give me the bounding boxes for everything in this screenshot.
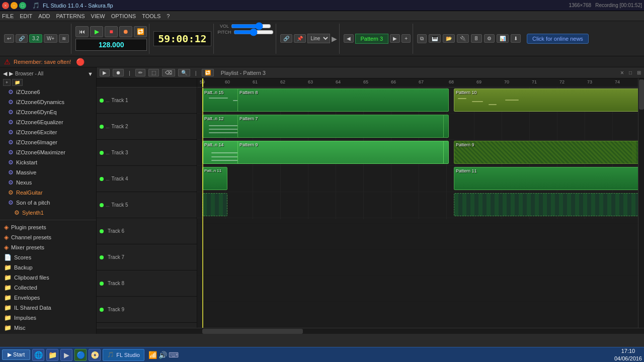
playlist-scrollbar-v[interactable] [638, 78, 644, 328]
sidebar-item-massive[interactable]: ⚙ Massive [0, 167, 96, 177]
track-label-4[interactable]: ... Track 4 [97, 166, 197, 192]
browser-btn[interactable]: 📂 [443, 34, 455, 43]
pl-play-btn[interactable]: ▶ [100, 69, 110, 76]
taskbar-ie-icon[interactable]: 🌐 [32, 349, 44, 361]
sidebar-item-il-shared-data[interactable]: 📁 IL Shared Data [0, 303, 96, 313]
sidebar-item-backup[interactable]: 📁 Backup [0, 262, 96, 273]
add-pattern-btn[interactable]: + [401, 34, 411, 43]
sidebar-item-channel-presets[interactable]: ◈ Channel presets [0, 232, 96, 242]
scrollbar-thumb-h[interactable] [202, 329, 303, 334]
browse-expand-icon[interactable]: ▼ [88, 71, 93, 77]
menu-tools[interactable]: TOOLS [142, 13, 160, 19]
pattern-block-t1-b[interactable]: Pattern 8 [237, 88, 449, 112]
sidebar-item-nexus[interactable]: ⚙ Nexus [0, 177, 96, 188]
sidebar-item-envelopes[interactable]: 📁 Envelopes [0, 293, 96, 303]
pattern-block-t4-b[interactable]: Pattern 11 [454, 167, 638, 190]
pattern-block-t5-b[interactable] [454, 193, 638, 216]
stop-button[interactable]: ■ [105, 26, 118, 37]
track-label-5[interactable]: ... Track 5 [97, 192, 197, 218]
toolbar-btn-3[interactable]: 3.2 [29, 34, 42, 43]
track-label-2[interactable]: ... Track 2 [97, 114, 197, 140]
playlist-scrollbar-h[interactable] [97, 328, 644, 334]
toolbar-btn-1[interactable]: ↩ [4, 34, 14, 43]
sidebar-item-sylenth1[interactable]: ⚙ Sylenth1 [0, 208, 96, 218]
menu-file[interactable]: FILE [2, 13, 14, 19]
pattern-block-t1-c[interactable]: Pattern 10 [454, 88, 638, 112]
pattern-block-t5-a[interactable] [202, 193, 227, 216]
next-pattern-btn[interactable]: ▶ [390, 34, 400, 43]
pl-record-btn[interactable]: ⏺ [113, 69, 124, 76]
pl-erase-btn[interactable]: ⌫ [162, 69, 175, 76]
download-btn[interactable]: ⬇ [511, 34, 521, 43]
taskbar-chrome-icon[interactable]: 🔵 [74, 349, 87, 361]
pl-close-btn[interactable]: × [620, 69, 624, 76]
line-mode-select[interactable]: Line [307, 34, 330, 43]
sidebar-item-realguitar[interactable]: ⚙ RealGuitar [0, 188, 96, 198]
track-label-10[interactable]: Track 10 [97, 323, 197, 328]
taskbar-fl-app[interactable]: 🎵 FL Studio [103, 349, 144, 361]
close-button[interactable]: × [2, 2, 9, 9]
loop-button[interactable]: 🔁 [134, 26, 147, 37]
maximize-button[interactable]: □ [19, 2, 26, 9]
settings-btn[interactable]: ⚙ [484, 34, 495, 43]
sidebar-item-plugin-presets[interactable]: ◈ Plugin presets [0, 222, 96, 232]
pl-expand-btn[interactable]: □ [629, 70, 632, 75]
sidebar-folder-btn[interactable]: 📁 [12, 79, 23, 86]
pl-detach-btn[interactable]: ⊞ [637, 70, 641, 75]
track-label-3[interactable]: ... Track 3 [97, 140, 197, 166]
sidebar-item-impulses[interactable]: 📁 Impulses [0, 313, 96, 323]
sidebar-item-clipboard[interactable]: 📁 Clipboard files [0, 273, 96, 283]
sidebar-item-izozone6eq[interactable]: ⚙ iZOzone6Equalizer [0, 117, 96, 127]
pattern-block-t3-b[interactable]: Pattern 9 [237, 141, 444, 164]
track-label-6[interactable]: Track 6 [97, 218, 197, 244]
menu-view[interactable]: VIEW [91, 13, 105, 19]
cpu-btn[interactable]: 📊 [497, 34, 509, 43]
start-button[interactable]: ▶ Start [2, 349, 30, 360]
piano-btn[interactable]: 🎹 [429, 34, 441, 43]
menu-help[interactable]: ? [167, 13, 170, 19]
master-volume-slider[interactable] [231, 24, 271, 28]
pl-zoom-btn[interactable]: 🔍 [178, 69, 190, 76]
track-label-9[interactable]: Track 9 [97, 297, 197, 323]
pattern-block-t3-c[interactable]: Pattern 9 [454, 141, 638, 164]
master-pitch-slider[interactable] [233, 30, 274, 34]
sidebar-item-collected[interactable]: 📁 Collected [0, 283, 96, 293]
pl-loop-btn[interactable]: 🔁 [202, 69, 214, 76]
grid-canvas[interactable]: Patt..n 15 [197, 87, 638, 328]
taskbar-daemon-icon[interactable]: 📀 [89, 349, 101, 361]
taskbar-folder-icon[interactable]: 📁 [46, 349, 58, 361]
record-button[interactable]: ⏺ [119, 26, 132, 37]
rewind-button[interactable]: ⏮ [75, 26, 89, 37]
sidebar-item-packs[interactable]: 📁 Packs [0, 333, 96, 334]
nav-fwd-icon[interactable]: ▶ [9, 70, 13, 77]
scrollbar-thumb-v[interactable] [639, 79, 644, 110]
menu-options[interactable]: OPTIONS [111, 13, 136, 19]
plugin-btn[interactable]: 🔌 [457, 34, 469, 43]
sidebar-item-kickstart[interactable]: ⚙ Kickstart [0, 157, 96, 167]
sidebar-item-izozone6dyn[interactable]: ⚙ iZOzone6Dynamics [0, 97, 96, 107]
bpm-display[interactable]: 128.000 [75, 39, 147, 51]
track-label-7[interactable]: Track 7 [97, 244, 197, 270]
sidebar-add-btn[interactable]: + [3, 79, 11, 86]
pl-draw-btn[interactable]: ✏ [135, 69, 145, 76]
mixer-btn[interactable]: ⧉ [417, 34, 427, 43]
minimize-button[interactable]: − [11, 2, 18, 9]
menu-patterns[interactable]: PATTERNS [56, 13, 85, 19]
sidebar-item-izozone6[interactable]: ⚙ iZOzone6 [0, 87, 96, 97]
toolbar-btn-4[interactable]: W+ [44, 34, 57, 43]
sidebar-item-son-of-pitch[interactable]: ⚙ Son of a pitch [0, 198, 96, 208]
pattern-block-t4-a[interactable]: Patt..n 11 [202, 167, 227, 190]
snap-btn[interactable]: 📌 [294, 34, 306, 43]
menu-edit[interactable]: EDIT [20, 13, 32, 19]
prev-pattern-btn[interactable]: ◀ [344, 34, 354, 43]
sidebar-item-scores[interactable]: 📄 Scores [0, 252, 96, 262]
track-label-8[interactable]: Track 8 [97, 270, 197, 297]
track-label-1[interactable]: ... Track 1 [97, 87, 197, 114]
toolbar-btn-2[interactable]: 🔗 [16, 34, 28, 43]
play-button[interactable]: ▶ [90, 26, 103, 37]
taskbar-media-icon[interactable]: ▶ [60, 349, 72, 361]
nav-back-icon[interactable]: ◀ [3, 70, 7, 77]
menu-add[interactable]: ADD [38, 13, 50, 19]
sidebar-item-izozone6ex[interactable]: ⚙ iZOzone6Exciter [0, 127, 96, 137]
online-news-button[interactable]: Click for online news [527, 34, 589, 44]
